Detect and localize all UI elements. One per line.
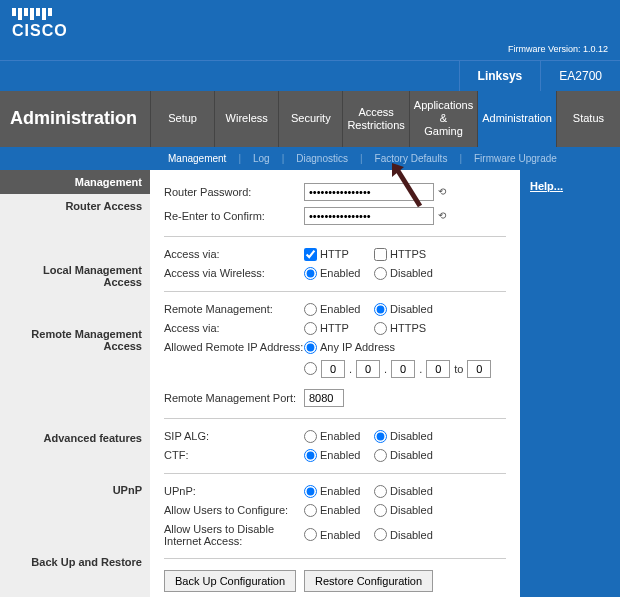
ip-range-radio[interactable] <box>304 362 317 375</box>
label-remote-mgmt: Remote Management: <box>164 303 304 315</box>
config-enabled-radio[interactable] <box>304 504 317 517</box>
main-tabs: Setup Wireless Security Access Restricti… <box>150 91 620 147</box>
refresh-icon[interactable]: ⟲ <box>438 210 446 221</box>
tab-access-restrictions[interactable]: Access Restrictions <box>342 91 408 147</box>
subtab-management[interactable]: Management <box>160 153 234 164</box>
model-bar: Linksys EA2700 <box>0 60 620 91</box>
remote-disabled-radio[interactable] <box>374 303 387 316</box>
any-ip-radio[interactable] <box>304 341 317 354</box>
wireless-enabled-radio[interactable] <box>304 267 317 280</box>
tabs-row: Administration Setup Wireless Security A… <box>0 91 620 147</box>
content: Router Password: ⟲ Re-Enter to Confirm: … <box>150 170 520 597</box>
tab-security[interactable]: Security <box>278 91 342 147</box>
wireless-disabled-radio[interactable] <box>374 267 387 280</box>
ctf-enabled-radio[interactable] <box>304 449 317 462</box>
ctf-disabled-radio[interactable] <box>374 449 387 462</box>
subtab-factory-defaults[interactable]: Factory Defaults <box>367 153 456 164</box>
tab-setup[interactable]: Setup <box>150 91 214 147</box>
label-router-password: Router Password: <box>164 186 304 198</box>
ip-octet-1[interactable] <box>321 360 345 378</box>
remote-enabled-radio[interactable] <box>304 303 317 316</box>
disable-enabled-radio[interactable] <box>304 528 317 541</box>
ip-octet-2[interactable] <box>356 360 380 378</box>
help-link[interactable]: Help... <box>530 180 563 192</box>
side-remote-mgmt: Remote Management Access <box>0 322 150 358</box>
label-allowed-ip: Allowed Remote IP Address: <box>164 341 304 353</box>
model-brand: Linksys <box>459 61 541 91</box>
side-management: Management <box>0 170 150 194</box>
cisco-logo-bars <box>12 8 608 20</box>
remote-port-input[interactable] <box>304 389 344 407</box>
main: Management Router Access Local Managemen… <box>0 170 620 597</box>
side-upnp: UPnP <box>0 478 150 502</box>
refresh-icon[interactable]: ⟲ <box>438 186 446 197</box>
http-checkbox[interactable] <box>304 248 317 261</box>
subtabs: Management| Log| Diagnostics| Factory De… <box>0 147 620 170</box>
brand-logo: CISCO <box>12 22 608 40</box>
ip-octet-4[interactable] <box>426 360 450 378</box>
label-upnp: UPnP: <box>164 485 304 497</box>
subtab-firmware-upgrade[interactable]: Firmware Upgrade <box>466 153 565 164</box>
config-disabled-radio[interactable] <box>374 504 387 517</box>
firmware-version: Firmware Version: 1.0.12 <box>508 44 608 54</box>
upnp-enabled-radio[interactable] <box>304 485 317 498</box>
label-allow-config: Allow Users to Configure: <box>164 504 304 516</box>
model-number: EA2700 <box>540 61 620 91</box>
label-remote-port: Remote Management Port: <box>164 392 304 404</box>
restore-button[interactable]: Restore Configuration <box>304 570 433 592</box>
subtab-log[interactable]: Log <box>245 153 278 164</box>
sip-disabled-radio[interactable] <box>374 430 387 443</box>
label-remote-access-via: Access via: <box>164 322 304 334</box>
tab-applications-gaming[interactable]: Applications & Gaming <box>409 91 477 147</box>
sidebar: Management Router Access Local Managemen… <box>0 170 150 597</box>
label-sip-alg: SIP ALG: <box>164 430 304 442</box>
label-access-via: Access via: <box>164 248 304 260</box>
side-local-mgmt: Local Management Access <box>0 258 150 294</box>
label-access-wireless: Access via Wireless: <box>164 267 304 279</box>
https-checkbox[interactable] <box>374 248 387 261</box>
backup-button[interactable]: Back Up Configuration <box>164 570 296 592</box>
sip-enabled-radio[interactable] <box>304 430 317 443</box>
confirm-password-input[interactable] <box>304 207 434 225</box>
side-router-access: Router Access <box>0 194 150 218</box>
tab-wireless[interactable]: Wireless <box>214 91 278 147</box>
label-allow-disable: Allow Users to Disable Internet Access: <box>164 523 304 547</box>
subtab-diagnostics[interactable]: Diagnostics <box>288 153 356 164</box>
upnp-disabled-radio[interactable] <box>374 485 387 498</box>
ip-octet-to[interactable] <box>467 360 491 378</box>
page-title: Administration <box>0 91 150 147</box>
remote-https-radio[interactable] <box>374 322 387 335</box>
right-panel: Help... <box>520 170 620 597</box>
side-advanced: Advanced features <box>0 426 150 450</box>
header: CISCO Firmware Version: 1.0.12 <box>0 0 620 60</box>
tab-status[interactable]: Status <box>556 91 620 147</box>
label-confirm-password: Re-Enter to Confirm: <box>164 210 304 222</box>
ip-octet-3[interactable] <box>391 360 415 378</box>
router-password-input[interactable] <box>304 183 434 201</box>
disable-disabled-radio[interactable] <box>374 528 387 541</box>
label-ctf: CTF: <box>164 449 304 461</box>
remote-http-radio[interactable] <box>304 322 317 335</box>
side-backup: Back Up and Restore <box>0 550 150 574</box>
tab-administration[interactable]: Administration <box>477 91 556 147</box>
